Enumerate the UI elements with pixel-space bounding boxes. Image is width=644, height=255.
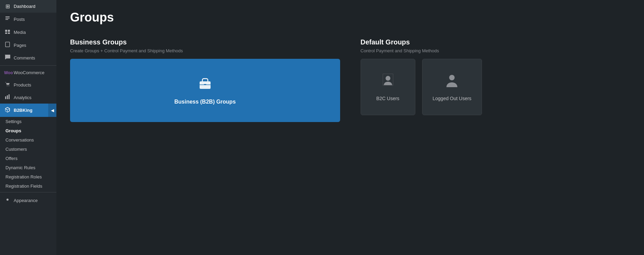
sidebar-item-pages[interactable]: Pages — [0, 39, 56, 52]
default-cards-container: B2C Users Logged Out Users — [361, 59, 631, 115]
groups-container: Business Groups Create Groups + Control … — [70, 38, 630, 122]
sidebar-item-b2bking[interactable]: B2BKing ◀ — [0, 104, 56, 117]
business-card-label: Business (B2B) Groups — [174, 99, 236, 105]
analytics-icon — [4, 94, 11, 100]
svg-rect-0 — [5, 30, 7, 32]
svg-point-6 — [9, 85, 9, 86]
svg-rect-1 — [8, 30, 10, 32]
default-groups-section: Default Groups Control Payment and Shipp… — [361, 38, 631, 115]
submenu-item-registration-fields[interactable]: Registration Fields — [0, 182, 56, 191]
sidebar-item-label-comments: Comments — [14, 55, 35, 61]
business-groups-title: Business Groups — [70, 38, 340, 46]
b2c-users-card[interactable]: B2C Users — [361, 59, 415, 115]
divider-2 — [0, 192, 56, 192]
svg-point-15 — [386, 76, 390, 81]
svg-rect-2 — [5, 32, 7, 34]
products-icon — [4, 81, 11, 88]
posts-icon — [4, 16, 11, 23]
divider-1 — [0, 65, 56, 66]
main-content: Groups Business Groups Create Groups + C… — [56, 0, 644, 255]
dashboard-icon: ⊞ — [4, 3, 11, 10]
submenu-item-groups[interactable]: Groups — [0, 126, 56, 135]
svg-rect-8 — [7, 95, 8, 99]
sidebar-item-label-woocommerce: WooCommerce — [14, 70, 44, 75]
sidebar-item-label-media: Media — [14, 30, 26, 35]
comments-icon — [4, 55, 11, 61]
sidebar: ⊞ Dashboard Posts Media Pages Comments W… — [0, 0, 56, 255]
sidebar-item-label-appearance: Appearance — [14, 198, 38, 203]
sidebar-item-comments[interactable]: Comments — [0, 52, 56, 64]
submenu-item-offers[interactable]: Offers — [0, 154, 56, 163]
submenu-item-registration-roles[interactable]: Registration Roles — [0, 172, 56, 182]
business-groups-desc: Create Groups + Control Payment and Ship… — [70, 48, 340, 53]
logged-out-users-card[interactable]: Logged Out Users — [422, 59, 482, 115]
submenu-item-customers[interactable]: Customers — [0, 145, 56, 154]
sidebar-item-woocommerce[interactable]: Woo WooCommerce — [0, 67, 56, 78]
svg-point-5 — [7, 85, 8, 86]
sidebar-item-analytics[interactable]: Analytics — [0, 91, 56, 104]
briefcase-icon — [197, 76, 213, 93]
svg-rect-3 — [8, 32, 10, 34]
svg-rect-12 — [204, 84, 206, 85]
svg-rect-4 — [5, 42, 10, 47]
logged-out-users-icon — [446, 73, 458, 91]
business-b2b-groups-card[interactable]: Business (B2B) Groups — [70, 59, 340, 122]
svg-point-16 — [449, 75, 455, 80]
svg-rect-9 — [9, 94, 10, 99]
submenu-item-dynamic-rules[interactable]: Dynamic Rules — [0, 163, 56, 172]
appearance-icon — [4, 197, 11, 204]
submenu-item-conversations[interactable]: Conversations — [0, 135, 56, 145]
sidebar-item-label-products: Products — [14, 82, 31, 88]
sidebar-item-dashboard[interactable]: ⊞ Dashboard — [0, 0, 56, 13]
b2c-users-icon — [381, 73, 395, 91]
default-groups-desc: Control Payment and Shipping Methods — [361, 48, 631, 53]
business-groups-section: Business Groups Create Groups + Control … — [70, 38, 340, 122]
sidebar-item-label-dashboard: Dashboard — [14, 4, 36, 9]
svg-rect-7 — [5, 96, 6, 99]
logged-out-users-label: Logged Out Users — [433, 96, 472, 101]
b2bking-icon — [4, 107, 11, 114]
pages-icon — [4, 42, 11, 49]
sidebar-item-products[interactable]: Products — [0, 78, 56, 91]
sidebar-item-appearance[interactable]: Appearance — [0, 194, 56, 207]
b2c-users-label: B2C Users — [376, 96, 400, 101]
default-groups-title: Default Groups — [361, 38, 631, 46]
woocommerce-icon: Woo — [4, 70, 11, 75]
b2bking-collapse-arrow[interactable]: ◀ — [48, 104, 56, 117]
sidebar-item-label-posts: Posts — [14, 17, 25, 22]
sidebar-item-label-pages: Pages — [14, 43, 26, 48]
svg-point-10 — [6, 199, 9, 201]
sidebar-item-posts[interactable]: Posts — [0, 13, 56, 26]
sidebar-item-media[interactable]: Media — [0, 26, 56, 39]
media-icon — [4, 29, 11, 36]
sidebar-item-label-analytics: Analytics — [14, 95, 31, 100]
page-title: Groups — [70, 10, 630, 25]
submenu-item-settings[interactable]: Settings — [0, 117, 56, 126]
